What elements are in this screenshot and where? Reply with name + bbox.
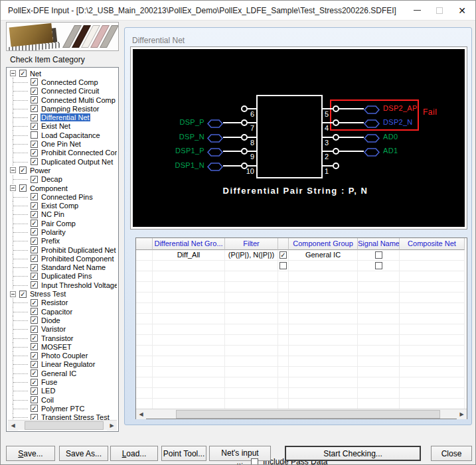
checkbox[interactable]: ✓ [31, 273, 38, 280]
scroll-left-icon[interactable]: ◀ [8, 421, 18, 431]
table-cell[interactable] [400, 324, 465, 335]
tree-item-transient-stress-test[interactable]: ✓Transient Stress Test [8, 413, 117, 420]
checkbox[interactable]: ✓ [31, 414, 38, 420]
tree-item-capacitor[interactable]: ✓Capacitor [8, 307, 117, 316]
table-cell[interactable] [358, 303, 400, 314]
checkbox[interactable]: ✓ [31, 308, 38, 315]
tree-item-stress-test[interactable]: ✓Stress Test [8, 289, 117, 298]
table-row[interactable] [136, 346, 467, 356]
tree-item-prohibit-connected-comp[interactable]: ✓Prohibit Connected Comp [8, 149, 117, 157]
table-cell[interactable] [225, 335, 278, 346]
table-cell[interactable] [289, 261, 358, 271]
checkbox[interactable]: ✓ [19, 166, 27, 174]
table-cell[interactable] [278, 356, 289, 367]
table-cell[interactable] [136, 271, 153, 282]
column-header-filter[interactable]: Filter [225, 238, 278, 250]
table-cell[interactable] [289, 335, 358, 346]
table-row[interactable] [136, 282, 467, 293]
column-header-component-group[interactable]: Component Group [289, 238, 358, 250]
column-header-blank[interactable] [136, 238, 153, 250]
checkbox[interactable]: ✓ [31, 158, 38, 165]
checkbox[interactable]: ✓ [31, 78, 38, 86]
table-cell[interactable] [153, 271, 225, 282]
checkbox[interactable]: ✓ [31, 343, 38, 350]
point-tool-button[interactable]: Point Tool... [161, 446, 206, 461]
table-cell[interactable] [358, 335, 400, 346]
table-cell[interactable] [400, 335, 465, 346]
tree-item-duplicated-pins[interactable]: ✓Duplicated Pins [8, 272, 117, 281]
table-cell[interactable] [225, 324, 278, 335]
table-row[interactable] [136, 271, 467, 282]
tree-item-connected-circuit[interactable]: ✓Connected Circuit [8, 87, 117, 96]
table-cell[interactable] [278, 377, 289, 388]
table-cell[interactable] [278, 293, 289, 303]
tree-item-input-threshold-voltage[interactable]: ✓Input Threshold Voltage [8, 281, 117, 289]
tree-item-damping-resistor[interactable]: ✓Damping Resistor [8, 104, 117, 113]
cell-checkbox[interactable]: ✓ [279, 251, 287, 259]
table-cell[interactable] [400, 293, 465, 303]
table-cell[interactable] [400, 271, 465, 282]
checkbox[interactable]: ✓ [31, 237, 38, 245]
column-header-signal-name[interactable]: Signal Name [358, 238, 400, 250]
tree-item-standard-net-name[interactable]: ✓Standard Net Name [8, 263, 117, 272]
table-cell[interactable] [289, 356, 358, 367]
table-cell[interactable] [136, 335, 153, 346]
table-cell[interactable] [278, 271, 289, 282]
table-cell[interactable] [153, 314, 225, 324]
tree-item-differential-net[interactable]: ✓Differential Net [8, 113, 117, 121]
tree-item-polymer-ptc[interactable]: ✓Polymer PTC [8, 404, 117, 413]
checkbox[interactable]: ✓ [31, 88, 38, 95]
tree-item-prohibit-duplicated-net[interactable]: ✓Prohibit Duplicated Net [8, 245, 117, 254]
table-cell[interactable] [289, 271, 358, 282]
table-cell[interactable] [136, 282, 153, 293]
scrollbar-thumb[interactable] [176, 410, 440, 419]
tree-item-connected-comp[interactable]: ✓Connected Comp [8, 78, 117, 86]
tree-item-load-capacitance[interactable]: Load Capacitance [8, 131, 117, 139]
checkbox[interactable]: ✓ [31, 396, 38, 403]
table-cell[interactable] [136, 399, 153, 409]
table-cell[interactable] [136, 356, 153, 367]
table-cell[interactable] [358, 377, 400, 388]
table-cell[interactable] [289, 324, 358, 335]
checkbox[interactable]: ✓ [31, 405, 38, 412]
net-s-input-setting-button[interactable]: Net's input setting [209, 446, 271, 461]
table-row[interactable] [136, 314, 467, 324]
table-cell[interactable] [278, 303, 289, 314]
table-cell[interactable] [136, 388, 153, 399]
table-cell[interactable] [153, 303, 225, 314]
table-row[interactable] [136, 261, 467, 271]
column-header-blank[interactable] [278, 238, 289, 250]
checkbox[interactable]: ✓ [31, 123, 38, 130]
scroll-right-icon[interactable]: ▶ [107, 421, 117, 431]
table-row[interactable] [136, 293, 467, 303]
table-row[interactable] [136, 367, 467, 377]
table-cell[interactable] [225, 346, 278, 356]
table-cell[interactable] [358, 399, 400, 409]
table-cell[interactable] [278, 399, 289, 409]
tree-item-coil[interactable]: ✓Coil [8, 395, 117, 404]
tree-item-general-ic[interactable]: ✓General IC [8, 369, 117, 377]
tree-item-diode[interactable]: ✓Diode [8, 316, 117, 324]
table-row[interactable] [136, 388, 467, 399]
checkbox[interactable] [251, 458, 258, 465]
table-cell[interactable] [289, 282, 358, 293]
checkbox[interactable]: ✓ [31, 361, 38, 368]
schematic-canvas[interactable]: Fail Differential Pair String : P, N 67D… [133, 49, 465, 227]
table-cell[interactable] [400, 399, 465, 409]
table-cell[interactable] [278, 314, 289, 324]
close-button[interactable]: ✕ [451, 1, 473, 20]
table-cell[interactable] [136, 303, 153, 314]
checkbox[interactable]: ✓ [31, 220, 38, 227]
table-cell[interactable] [358, 324, 400, 335]
table-cell[interactable] [225, 271, 278, 282]
tree-item-connected-multi-comp[interactable]: ✓Connected Multi Comp [8, 96, 117, 104]
checkbox[interactable]: ✓ [19, 184, 27, 192]
table-cell[interactable] [136, 261, 153, 271]
table-cell[interactable] [278, 282, 289, 293]
table-row[interactable] [136, 324, 467, 335]
checkbox[interactable]: ✓ [31, 202, 38, 210]
tree-item-nc-pin[interactable]: ✓NC Pin [8, 210, 117, 219]
table-cell[interactable] [153, 335, 225, 346]
table-row[interactable] [136, 377, 467, 388]
table-cell[interactable] [358, 388, 400, 399]
